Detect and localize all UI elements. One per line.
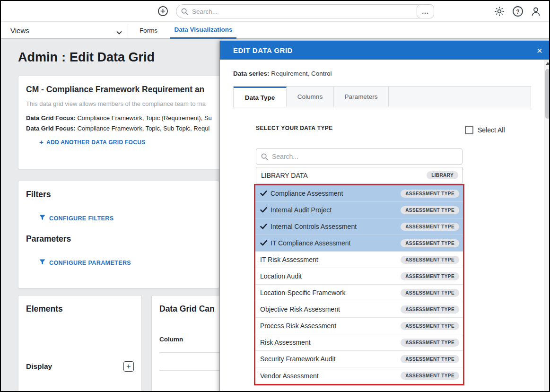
scrollbar-thumb[interactable]	[545, 69, 550, 119]
help-icon[interactable]: ?	[512, 6, 524, 17]
chevron-down-icon	[116, 28, 122, 36]
tab-data-visualizations[interactable]: Data Visualizations	[170, 22, 236, 39]
panel-scrollbar[interactable]	[544, 60, 550, 392]
tab-forms[interactable]: Forms	[133, 22, 164, 39]
views-dropdown[interactable]: Views	[10, 22, 122, 39]
data-type-label: Internal Audit Project	[271, 206, 332, 214]
configure-parameters-label: CONFIGURE PARAMETERS	[49, 260, 131, 266]
nav-divider	[128, 24, 128, 36]
data-type-label: Risk Assessment	[260, 339, 311, 346]
scroll-up-arrow[interactable]	[544, 60, 550, 67]
data-series-line: Data series: Requirement, Control	[233, 70, 332, 77]
search-icon	[181, 8, 188, 15]
page-title: Admin:Edit Data Grid	[18, 50, 155, 65]
data-series-value: Requirement, Control	[270, 70, 332, 77]
search-icon	[261, 153, 268, 160]
add-display-element-button[interactable]: +	[123, 361, 134, 372]
data-type-search[interactable]	[256, 148, 463, 165]
add-focus-label: ADD ANOTHER DATA GRID FOCUS	[46, 139, 145, 146]
focus-value: Compliance Framework, Topic (Requirement…	[77, 114, 211, 122]
library-data-row[interactable]: LIBRARY DATA LIBRARY	[256, 167, 463, 183]
global-search-input[interactable]	[192, 8, 429, 15]
elements-heading: Elements	[26, 304, 134, 314]
assessment-type-badge: ASSESSMENT TYPE	[401, 239, 459, 247]
data-series-label: Data series:	[233, 70, 270, 77]
tab-columns[interactable]: Columns	[287, 87, 334, 107]
highlighted-data-type-list: Compliance AssessmentASSESSMENT TYPEInte…	[254, 184, 464, 385]
assessment-type-badge: ASSESSMENT TYPE	[401, 289, 459, 297]
configure-filters-link[interactable]: CONFIGURE FILTERS	[39, 215, 211, 222]
data-type-row[interactable]: IT Risk AssessmentASSESSMENT TYPE	[255, 252, 463, 268]
focus-value: Compliance Framework, Topic, Sub Topic, …	[77, 125, 210, 132]
data-type-row[interactable]: Location-Specific FrameworkASSESSMENT TY…	[255, 285, 463, 301]
data-type-label: Objective Risk Assessment	[260, 305, 340, 313]
data-type-row[interactable]: Vendor AssessmentASSESSMENT TYPE	[255, 367, 463, 384]
assessment-type-badge: ASSESSMENT TYPE	[401, 190, 459, 198]
settings-gear-icon[interactable]	[494, 6, 505, 17]
user-account-icon[interactable]	[530, 6, 541, 17]
assessment-type-badge: ASSESSMENT TYPE	[401, 305, 459, 314]
views-label: Views	[10, 26, 29, 35]
title-separator: :	[61, 50, 66, 64]
global-search[interactable]	[176, 4, 434, 18]
panel-tabs: Data Type Columns Parameters	[233, 86, 531, 107]
close-icon[interactable]: ×	[537, 45, 542, 55]
data-type-label: Location Audit	[260, 272, 302, 280]
data-type-list: Compliance AssessmentASSESSMENT TYPEInte…	[255, 185, 463, 384]
data-type-row[interactable]: Internal Audit ProjectASSESSMENT TYPE	[255, 202, 463, 218]
elements-card: Elements Display +	[18, 295, 142, 392]
assessment-type-badge: ASSESSMENT TYPE	[401, 223, 459, 231]
display-label: Display	[26, 362, 52, 371]
data-type-label: Security Framework Audit	[260, 355, 336, 363]
filter-funnel-icon	[39, 259, 45, 266]
app-screen: ... ? Views	[0, 0, 550, 392]
svg-text:?: ?	[516, 9, 519, 15]
check-icon	[260, 240, 271, 246]
data-type-row[interactable]: Location AuditASSESSMENT TYPE	[255, 268, 463, 285]
data-type-row[interactable]: Compliance AssessmentASSESSMENT TYPE	[255, 185, 463, 202]
library-data-label: LIBRARY DATA	[261, 172, 308, 179]
focus-label: Data Grid Focus:	[26, 114, 76, 122]
select-all-label: Select All	[478, 126, 505, 134]
check-icon	[260, 207, 271, 213]
search-more-button[interactable]: ...	[417, 4, 434, 18]
parameters-heading: Parameters	[26, 234, 211, 244]
panel-header: EDIT DATA GRID ×	[220, 41, 550, 60]
top-bar: ... ?	[1, 1, 549, 22]
select-all-checkbox[interactable]	[465, 126, 473, 134]
data-type-label: IT Risk Assessment	[260, 256, 318, 263]
check-icon	[260, 224, 271, 229]
assessment-type-badge: ASSESSMENT TYPE	[401, 322, 459, 330]
data-type-label: Vendor Assessment	[260, 372, 319, 380]
data-type-row[interactable]: IT Compliance AssessmentASSESSMENT TYPE	[255, 235, 463, 252]
assessment-type-badge: ASSESSMENT TYPE	[401, 355, 459, 363]
tab-parameters[interactable]: Parameters	[334, 87, 389, 107]
focus-label: Data Grid Focus:	[26, 125, 76, 132]
tab-data-type[interactable]: Data Type	[234, 87, 287, 107]
assessment-type-badge: ASSESSMENT TYPE	[401, 372, 459, 380]
edit-data-grid-panel: EDIT DATA GRID × Data series: Requiremen…	[219, 41, 550, 392]
data-type-search-input[interactable]	[272, 153, 457, 160]
filters-heading: Filters	[26, 190, 211, 200]
page-title-section: Admin	[18, 50, 58, 64]
configure-parameters-link[interactable]: CONFIGURE PARAMETERS	[39, 259, 211, 266]
data-type-row[interactable]: Security Framework AuditASSESSMENT TYPE	[255, 351, 463, 367]
library-badge: LIBRARY	[427, 171, 458, 179]
data-type-label: Internal Controls Assessment	[271, 223, 357, 230]
assessment-type-badge: ASSESSMENT TYPE	[401, 339, 459, 347]
data-type-row[interactable]: Risk AssessmentASSESSMENT TYPE	[255, 334, 463, 351]
select-all-control[interactable]: Select All	[465, 126, 505, 134]
data-type-label: IT Compliance Assessment	[271, 239, 350, 247]
configure-filters-label: CONFIGURE FILTERS	[49, 215, 113, 222]
filters-parameters-card: Filters CONFIGURE FILTERS Parameters CON…	[18, 181, 219, 288]
select-data-type-heading: SELECT YOUR DATA TYPE	[256, 125, 333, 131]
display-row: Display +	[26, 361, 134, 372]
data-type-label: Process Risk Assessment	[260, 322, 336, 330]
add-icon[interactable]	[157, 6, 168, 17]
filter-funnel-icon	[39, 215, 45, 222]
data-type-row[interactable]: Objective Risk AssessmentASSESSMENT TYPE	[255, 301, 463, 318]
plus-icon: +	[39, 138, 44, 146]
data-type-row[interactable]: Process Risk AssessmentASSESSMENT TYPE	[255, 318, 463, 334]
data-type-row[interactable]: Internal Controls AssessmentASSESSMENT T…	[255, 218, 463, 235]
assessment-type-badge: ASSESSMENT TYPE	[401, 272, 459, 280]
